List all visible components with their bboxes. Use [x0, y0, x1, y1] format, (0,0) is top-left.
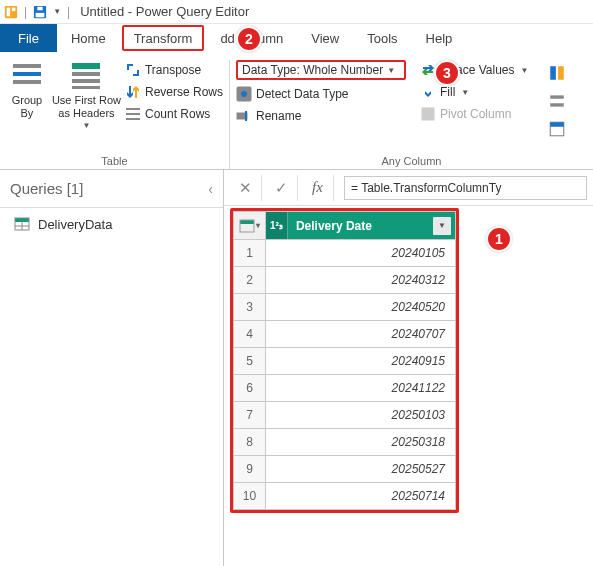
tab-transform[interactable]: Transform	[122, 25, 205, 51]
cell-value[interactable]: 20240105	[266, 240, 456, 267]
row-number[interactable]: 2	[234, 267, 266, 294]
cell-value[interactable]: 20250318	[266, 429, 456, 456]
svg-rect-21	[551, 66, 557, 80]
cell-value[interactable]: 20240520	[266, 294, 456, 321]
fx-icon[interactable]: fx	[302, 175, 334, 201]
tab-file[interactable]: File	[0, 24, 57, 52]
svg-rect-23	[551, 95, 565, 98]
detect-data-type-button[interactable]: Detect Data Type	[236, 86, 406, 102]
transpose-label: Transpose	[145, 63, 201, 77]
reverse-icon	[125, 84, 141, 100]
title-bar: | ▼ | Untitled - Power Query Editor	[0, 0, 593, 24]
cell-value[interactable]: 20241122	[266, 375, 456, 402]
group-by-button[interactable]: Group By	[6, 60, 48, 131]
svg-rect-14	[126, 113, 140, 115]
callout-2: 2	[236, 26, 262, 52]
main: ✕ ✓ fx ▾	[224, 170, 593, 566]
svg-rect-12	[72, 86, 100, 89]
tab-help[interactable]: Help	[412, 24, 467, 52]
chevron-down-icon: ▼	[521, 66, 529, 75]
row-number[interactable]: 4	[234, 321, 266, 348]
reverse-rows-button[interactable]: Reverse Rows	[125, 84, 223, 100]
cell-value[interactable]: 20240915	[266, 348, 456, 375]
table-row[interactable]: 720250103	[234, 402, 456, 429]
svg-rect-4	[36, 12, 45, 16]
svg-rect-5	[38, 6, 43, 10]
tab-home[interactable]: Home	[57, 24, 120, 52]
row-number[interactable]: 10	[234, 483, 266, 510]
pivot-label: Pivot Column	[440, 107, 511, 121]
data-type-dropdown[interactable]: Data Type: Whole Number ▼	[236, 60, 406, 80]
callout-1: 1	[486, 226, 512, 252]
cancel-formula-icon[interactable]: ✕	[230, 175, 262, 201]
count-label: Count Rows	[145, 107, 210, 121]
queries-pane: Queries [1] ‹ DeliveryData	[0, 170, 224, 566]
group-by-icon	[11, 60, 43, 92]
fill-icon	[420, 84, 436, 100]
row-number[interactable]: 6	[234, 375, 266, 402]
edge-icon	[548, 92, 566, 110]
ribbon: Group By Use First Row as Headers ▼ Tran…	[0, 52, 593, 170]
svg-rect-9	[72, 63, 100, 69]
app-icon	[4, 5, 18, 19]
query-item[interactable]: DeliveryData	[0, 208, 223, 240]
cell-value[interactable]: 20240312	[266, 267, 456, 294]
cell-value[interactable]: 20250527	[266, 456, 456, 483]
table-row[interactable]: 420240707	[234, 321, 456, 348]
table-row[interactable]: 320240520	[234, 294, 456, 321]
column-header[interactable]: 1²₃ Delivery Date ▼	[266, 212, 456, 240]
collapse-icon[interactable]: ‹	[208, 181, 213, 197]
chevron-down-icon: ▼	[461, 88, 469, 97]
table-row[interactable]: 120240105	[234, 240, 456, 267]
tab-view[interactable]: View	[297, 24, 353, 52]
row-number[interactable]: 8	[234, 429, 266, 456]
svg-rect-8	[13, 80, 41, 84]
chevron-down-icon: ▼	[82, 121, 90, 131]
tab-tools[interactable]: Tools	[353, 24, 411, 52]
row-number[interactable]: 3	[234, 294, 266, 321]
detect-icon	[236, 86, 252, 102]
table-row[interactable]: 1020250714	[234, 483, 456, 510]
edge-button-2[interactable]	[546, 90, 568, 112]
qat-dropdown-icon[interactable]: ▼	[53, 7, 61, 16]
cell-value[interactable]: 20250714	[266, 483, 456, 510]
chevron-down-icon: ▼	[387, 66, 395, 75]
queries-header[interactable]: Queries [1] ‹	[0, 174, 223, 208]
edge-icon	[548, 120, 566, 138]
svg-rect-2	[12, 7, 16, 11]
column-type-icon[interactable]: 1²₃	[266, 212, 288, 239]
first-row-label: Use First Row as Headers	[52, 94, 121, 120]
row-number[interactable]: 7	[234, 402, 266, 429]
save-icon[interactable]	[33, 5, 47, 19]
fill-button[interactable]: Fill ▼	[420, 84, 528, 100]
corner-cell[interactable]: ▾	[234, 212, 266, 240]
rename-button[interactable]: Rename	[236, 108, 406, 124]
table-row[interactable]: 520240915	[234, 348, 456, 375]
table-row[interactable]: 620241122	[234, 375, 456, 402]
transpose-button[interactable]: Transpose	[125, 62, 223, 78]
row-number[interactable]: 5	[234, 348, 266, 375]
ribbon-group-anycolumn: Any Column	[236, 152, 587, 167]
row-number[interactable]: 1	[234, 240, 266, 267]
detect-label: Detect Data Type	[256, 87, 349, 101]
grid-highlight: ▾ 1²₃ Delivery Date ▼	[230, 208, 459, 513]
count-rows-button[interactable]: Count Rows	[125, 106, 223, 122]
svg-rect-24	[551, 103, 565, 106]
accept-formula-icon[interactable]: ✓	[266, 175, 298, 201]
data-table: ▾ 1²₃ Delivery Date ▼	[233, 211, 456, 510]
column-filter-icon[interactable]: ▼	[433, 217, 451, 235]
pivot-column-button: Pivot Column	[420, 106, 528, 122]
edge-button-1[interactable]	[546, 62, 568, 84]
row-number[interactable]: 9	[234, 456, 266, 483]
table-row[interactable]: 820250318	[234, 429, 456, 456]
use-first-row-button[interactable]: Use First Row as Headers ▼	[52, 60, 121, 131]
svg-rect-11	[72, 79, 100, 83]
table-row[interactable]: 920250527	[234, 456, 456, 483]
data-type-label: Data Type: Whole Number	[242, 63, 383, 77]
edge-button-3[interactable]	[546, 118, 568, 140]
data-grid: ▾ 1²₃ Delivery Date ▼	[224, 206, 593, 566]
table-row[interactable]: 220240312	[234, 267, 456, 294]
cell-value[interactable]: 20250103	[266, 402, 456, 429]
cell-value[interactable]: 20240707	[266, 321, 456, 348]
formula-input[interactable]	[344, 176, 587, 200]
